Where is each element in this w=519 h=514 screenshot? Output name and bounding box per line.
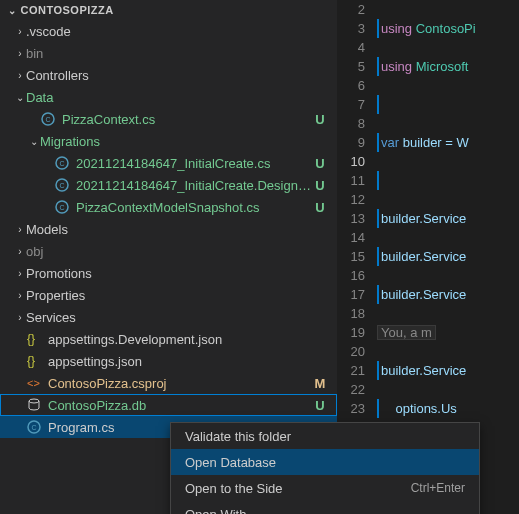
project-name: CONTOSOPIZZA <box>21 4 114 16</box>
file-initialcreate[interactable]: › C 20211214184647_InitialCreate.cs U <box>0 152 337 174</box>
file-csproj[interactable]: › <> ContosoPizza.csproj M <box>0 372 337 394</box>
chevron-down-icon: ⌄ <box>28 136 40 147</box>
csharp-icon: C <box>54 155 70 171</box>
folder-data[interactable]: ⌄ Data <box>0 86 337 108</box>
chevron-down-icon: ⌄ <box>8 5 17 16</box>
svg-point-11 <box>29 399 39 403</box>
chevron-right-icon: › <box>14 312 26 323</box>
csharp-icon: C <box>54 199 70 215</box>
folder-bin[interactable]: › bin <box>0 42 337 64</box>
file-appsettings-dev[interactable]: › {} appsettings.Development.json <box>0 328 337 350</box>
chevron-right-icon: › <box>14 26 26 37</box>
folder-services[interactable]: › Services <box>0 306 337 328</box>
csharp-icon: C <box>54 177 70 193</box>
menu-validate-folder[interactable]: Validate this folder <box>171 423 479 449</box>
file-initialcreate-designer[interactable]: › C 20211214184647_InitialCreate.Designe… <box>0 174 337 196</box>
folder-promotions[interactable]: › Promotions <box>0 262 337 284</box>
chevron-right-icon: › <box>14 268 26 279</box>
folder-obj[interactable]: › obj <box>0 240 337 262</box>
menu-open-with[interactable]: Open With <box>171 501 479 514</box>
chevron-right-icon: › <box>14 246 26 257</box>
svg-text:C: C <box>59 204 64 211</box>
menu-open-database[interactable]: Open Database <box>171 449 479 475</box>
chevron-right-icon: › <box>14 290 26 301</box>
csharp-icon: C <box>40 111 56 127</box>
file-pizzacontext[interactable]: › C PizzaContext.cs U <box>0 108 337 130</box>
chevron-right-icon: › <box>14 48 26 59</box>
file-appsettings[interactable]: › {} appsettings.json <box>0 350 337 372</box>
chevron-right-icon: › <box>14 224 26 235</box>
context-menu: Validate this folder Open Database Open … <box>170 422 480 514</box>
svg-text:C: C <box>45 116 50 123</box>
folder-migrations[interactable]: ⌄ Migrations <box>0 130 337 152</box>
svg-text:C: C <box>59 160 64 167</box>
svg-text:{}: {} <box>27 332 35 346</box>
chevron-right-icon: › <box>14 70 26 81</box>
svg-text:C: C <box>59 182 64 189</box>
svg-text:<>: <> <box>27 377 40 389</box>
json-icon: {} <box>26 353 42 369</box>
file-snapshot[interactable]: › C PizzaContextModelSnapshot.cs U <box>0 196 337 218</box>
folder-properties[interactable]: › Properties <box>0 284 337 306</box>
keybinding: Ctrl+Enter <box>411 481 465 495</box>
folder-vscode[interactable]: › .vscode <box>0 20 337 42</box>
svg-text:{}: {} <box>27 354 35 368</box>
json-icon: {} <box>26 331 42 347</box>
folder-controllers[interactable]: › Controllers <box>0 64 337 86</box>
xml-icon: <> <box>26 375 42 391</box>
svg-text:C: C <box>31 424 36 431</box>
project-header[interactable]: ⌄ CONTOSOPIZZA <box>0 0 337 20</box>
menu-open-to-side[interactable]: Open to the Side Ctrl+Enter <box>171 475 479 501</box>
file-db[interactable]: › ContosoPizza.db U <box>0 394 337 416</box>
database-icon <box>26 397 42 413</box>
chevron-down-icon: ⌄ <box>14 92 26 103</box>
csharp-icon: C <box>26 419 42 435</box>
folder-models[interactable]: › Models <box>0 218 337 240</box>
